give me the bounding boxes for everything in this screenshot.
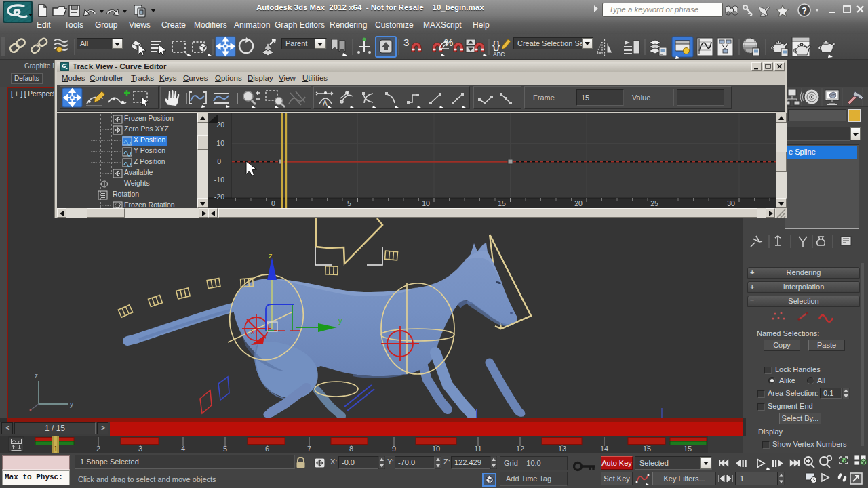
svg-text:10: 10	[432, 445, 440, 453]
svg-text:20: 20	[574, 199, 583, 207]
svg-text:14: 14	[600, 445, 608, 453]
svg-text:6: 6	[265, 445, 269, 453]
svg-text:1: 1	[54, 445, 58, 453]
svg-text:30: 30	[727, 199, 735, 207]
svg-text:z: z	[269, 251, 273, 260]
svg-text:%: %	[444, 37, 453, 48]
svg-text:10: 10	[216, 139, 224, 147]
svg-text:25: 25	[650, 199, 658, 207]
svg-text:-20: -20	[214, 192, 224, 201]
svg-text:ABC: ABC	[493, 51, 505, 58]
svg-text:y: y	[70, 401, 73, 408]
svg-text:-10: -10	[214, 176, 224, 184]
svg-text:A: A	[323, 100, 328, 107]
svg-text:3: 3	[403, 37, 409, 48]
svg-text:13: 13	[558, 445, 566, 453]
svg-text:7: 7	[307, 445, 311, 453]
svg-text:0: 0	[217, 157, 221, 165]
svg-text:z: z	[35, 372, 38, 380]
svg-text:15: 15	[498, 199, 506, 207]
svg-text:8: 8	[349, 445, 353, 453]
svg-text:4: 4	[181, 445, 185, 453]
svg-text:15: 15	[643, 445, 651, 453]
svg-text:12: 12	[516, 445, 524, 453]
svg-text:x: x	[251, 327, 255, 336]
svg-text:10: 10	[422, 199, 430, 207]
svg-text:y: y	[338, 317, 342, 325]
svg-text:5: 5	[223, 445, 227, 453]
svg-text:15: 15	[684, 445, 692, 453]
svg-text:3: 3	[138, 445, 142, 453]
svg-text:20: 20	[216, 121, 224, 129]
svg-text:11: 11	[474, 445, 481, 453]
svg-text:{}: {}	[492, 39, 500, 52]
svg-text:2: 2	[96, 445, 100, 453]
svg-text:5: 5	[347, 199, 351, 207]
svg-text:?: ?	[802, 5, 807, 16]
svg-text:9: 9	[392, 445, 396, 453]
svg-text:0: 0	[271, 199, 275, 207]
